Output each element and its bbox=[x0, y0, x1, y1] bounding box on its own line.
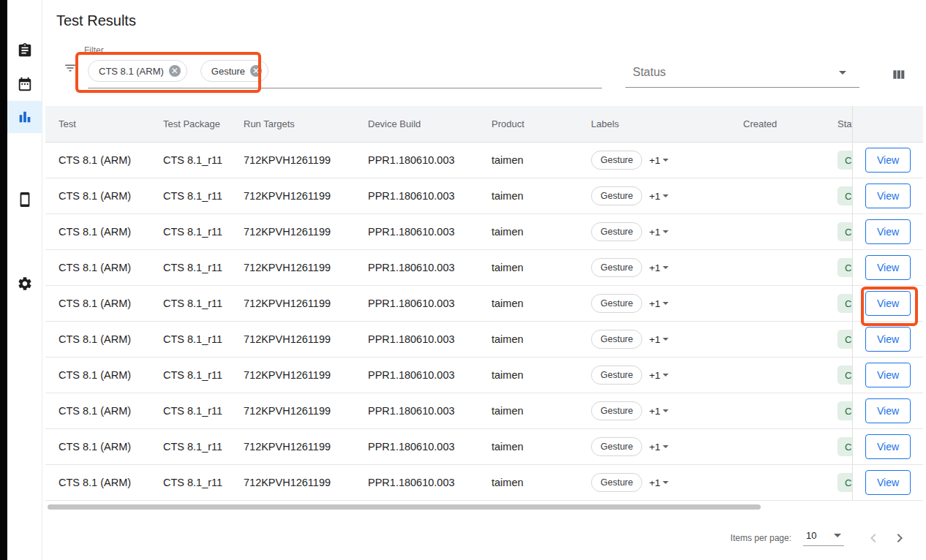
caret-down-icon bbox=[663, 230, 669, 233]
cell-test-package: CTS 8.1_r11 bbox=[150, 369, 230, 381]
table-row: CTS 8.1 (ARM) CTS 8.1_r11 712KPVH1261199… bbox=[45, 429, 852, 465]
sidebar-item-settings[interactable] bbox=[7, 268, 42, 300]
cell-labels: Gesture +1 bbox=[578, 473, 730, 492]
cell-labels: Gesture +1 bbox=[578, 330, 730, 349]
cell-product: taimen bbox=[478, 333, 578, 345]
filter-chips: CTS 8.1 (ARM) ✕ Gesture ✕ bbox=[88, 60, 268, 82]
column-header-status: Status bbox=[824, 118, 852, 129]
paginator: Items per page: 10 bbox=[42, 521, 926, 556]
sidebar-item-tests[interactable] bbox=[7, 34, 42, 67]
filter-chip[interactable]: CTS 8.1 (ARM) ✕ bbox=[88, 60, 187, 82]
cell-status: C bbox=[824, 151, 852, 170]
cell-device-build: PPR1.180610.003 bbox=[355, 333, 478, 345]
caret-down-icon bbox=[663, 445, 669, 448]
table-body: CTS 8.1 (ARM) CTS 8.1_r11 712KPVH1261199… bbox=[45, 143, 852, 501]
label-chip: Gesture bbox=[591, 186, 642, 205]
view-button[interactable]: View bbox=[865, 148, 911, 173]
view-button[interactable]: View bbox=[865, 470, 911, 495]
next-page-button[interactable] bbox=[891, 529, 908, 547]
horizontal-scrollbar[interactable] bbox=[48, 504, 761, 510]
smartphone-icon bbox=[17, 192, 33, 208]
cell-status: C bbox=[824, 437, 852, 456]
labels-expand[interactable]: +1 bbox=[649, 442, 668, 453]
view-button[interactable]: View bbox=[865, 183, 911, 208]
labels-more-count: +1 bbox=[649, 442, 660, 453]
status-badge: C bbox=[837, 401, 852, 420]
view-button[interactable]: View bbox=[865, 291, 911, 316]
view-cell: View bbox=[853, 465, 923, 501]
previous-page-button[interactable] bbox=[865, 529, 882, 547]
cell-device-build: PPR1.180610.003 bbox=[355, 441, 478, 453]
cell-labels: Gesture +1 bbox=[578, 366, 730, 385]
cell-run-targets: 712KPVH1261199 bbox=[230, 477, 355, 488]
labels-expand[interactable]: +1 bbox=[649, 334, 668, 345]
cell-test-package: CTS 8.1_r11 bbox=[150, 441, 230, 453]
status-badge: C bbox=[837, 258, 852, 277]
cell-device-build: PPR1.180610.003 bbox=[355, 369, 478, 381]
sidebar-item-devices[interactable] bbox=[7, 183, 42, 216]
cell-device-build: PPR1.180610.003 bbox=[355, 226, 478, 238]
close-circle-icon[interactable]: ✕ bbox=[250, 65, 262, 77]
view-cell: View bbox=[853, 322, 923, 357]
calendar-icon bbox=[17, 76, 33, 92]
labels-expand[interactable]: +1 bbox=[649, 155, 668, 166]
cell-status: C bbox=[824, 401, 852, 420]
view-cell: View bbox=[853, 250, 923, 286]
cell-run-targets: 712KPVH1261199 bbox=[230, 298, 355, 309]
view-button[interactable]: View bbox=[865, 219, 911, 244]
view-button[interactable]: View bbox=[865, 255, 911, 280]
caret-down-icon bbox=[663, 338, 669, 341]
labels-more-count: +1 bbox=[649, 155, 660, 166]
sidebar-item-plans[interactable] bbox=[7, 68, 42, 100]
filter-list-icon[interactable] bbox=[64, 61, 77, 75]
labels-more-count: +1 bbox=[649, 477, 660, 488]
sidebar-item-test-results[interactable] bbox=[7, 101, 42, 133]
label-chip: Gesture bbox=[591, 401, 642, 420]
cell-device-build: PPR1.180610.003 bbox=[355, 477, 478, 488]
page-size-select[interactable]: 10 bbox=[803, 530, 844, 546]
view-button[interactable]: View bbox=[865, 434, 911, 459]
cell-labels: Gesture +1 bbox=[578, 401, 730, 420]
status-badge: C bbox=[837, 437, 852, 456]
page-header: Test Results bbox=[42, 0, 926, 42]
cell-labels: Gesture +1 bbox=[578, 437, 730, 456]
table-row: CTS 8.1 (ARM) CTS 8.1_r11 712KPVH1261199… bbox=[45, 393, 852, 429]
labels-expand[interactable]: +1 bbox=[649, 262, 668, 273]
labels-expand[interactable]: +1 bbox=[649, 477, 668, 488]
status-select[interactable]: Status bbox=[625, 58, 859, 88]
cell-product: taimen bbox=[478, 226, 578, 238]
column-header-test-package: Test Package bbox=[150, 118, 230, 129]
labels-more-count: +1 bbox=[649, 370, 660, 381]
caret-down-icon bbox=[663, 409, 669, 412]
status-badge: C bbox=[837, 473, 852, 492]
column-header-test: Test bbox=[45, 118, 150, 129]
labels-expand[interactable]: +1 bbox=[649, 227, 668, 238]
table-row: CTS 8.1 (ARM) CTS 8.1_r11 712KPVH1261199… bbox=[45, 322, 852, 357]
view-button[interactable]: View bbox=[865, 398, 911, 423]
labels-expand[interactable]: +1 bbox=[649, 191, 668, 202]
label-chip: Gesture bbox=[591, 366, 642, 385]
filter-chip[interactable]: Gesture ✕ bbox=[200, 60, 268, 82]
filter-field-label: Filter bbox=[84, 45, 104, 56]
view-button[interactable]: View bbox=[865, 327, 911, 352]
gear-icon bbox=[17, 276, 33, 292]
cell-device-build: PPR1.180610.003 bbox=[355, 154, 478, 166]
table-row: CTS 8.1 (ARM) CTS 8.1_r11 712KPVH1261199… bbox=[45, 357, 852, 393]
labels-expand[interactable]: +1 bbox=[649, 298, 668, 309]
cell-product: taimen bbox=[478, 441, 578, 453]
label-chip: Gesture bbox=[591, 222, 642, 241]
view-button[interactable]: View bbox=[865, 363, 911, 387]
caret-down-icon bbox=[663, 481, 669, 484]
cell-run-targets: 712KPVH1261199 bbox=[230, 369, 355, 381]
cell-test: CTS 8.1 (ARM) bbox=[45, 298, 150, 309]
close-circle-icon[interactable]: ✕ bbox=[169, 65, 181, 77]
cell-test-package: CTS 8.1_r11 bbox=[150, 333, 230, 345]
labels-expand[interactable]: +1 bbox=[649, 406, 668, 417]
view-columns-icon[interactable] bbox=[891, 67, 906, 82]
cell-labels: Gesture +1 bbox=[578, 186, 730, 205]
chevron-right-icon bbox=[891, 529, 908, 547]
cell-test-package: CTS 8.1_r11 bbox=[150, 477, 230, 488]
labels-expand[interactable]: +1 bbox=[649, 370, 668, 381]
label-chip: Gesture bbox=[591, 437, 642, 456]
cell-test-package: CTS 8.1_r11 bbox=[150, 298, 230, 309]
